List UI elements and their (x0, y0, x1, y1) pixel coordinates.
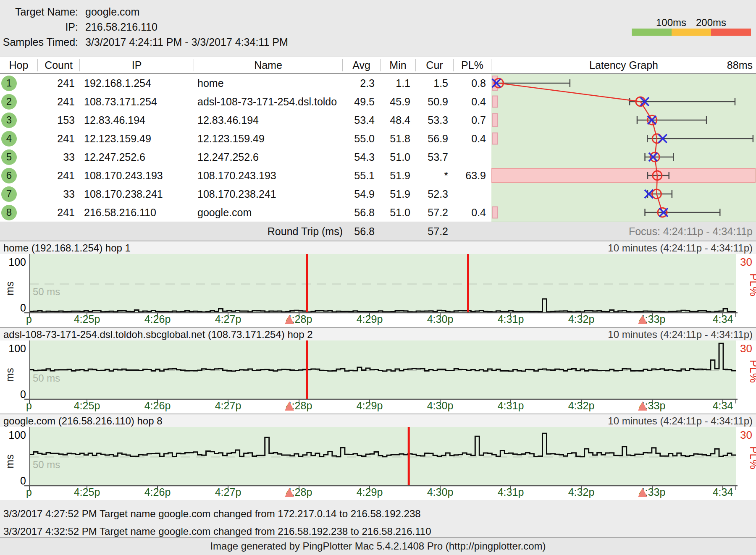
packet-loss-cell: 0.4 (454, 207, 491, 219)
time-label: 4:32p (568, 486, 595, 498)
count-cell: 241 (38, 207, 80, 219)
hop-number-badge: 8 (1, 205, 17, 220)
min-cell: 51.9 (381, 170, 416, 182)
col-header-ip[interactable]: IP (80, 59, 194, 71)
timeline-range-label: 10 minutes (4:24:11p - 4:34:11p) (608, 241, 753, 255)
time-label: 4:34 (713, 486, 733, 498)
timeline-plot[interactable]: 50 ms1000ms30PL%p4:25p4:26p4:27p4:28p4:2… (0, 340, 756, 414)
timeline-hop-label: adsl-108-73-171-254.dsl.toldoh.sbcglobal… (3, 329, 313, 340)
cur-cell: 56.9 (416, 133, 454, 145)
avg-cell: 55.0 (343, 133, 381, 145)
pl-axis-label: PL% (748, 273, 756, 296)
ip-cell: 12.83.46.194 (80, 114, 194, 126)
legend-color-bar (632, 29, 751, 36)
timeline-title: google.com (216.58.216.110) hop 810 minu… (0, 414, 756, 427)
round-trip-label: Round Trip (ms) (0, 225, 343, 238)
hop-number-badge: 6 (1, 168, 17, 183)
event-log-line: 3/3/2017 4:27:52 PM Target name google.c… (0, 500, 756, 522)
count-cell: 241 (38, 133, 80, 145)
avg-cell: 56.8 (343, 207, 381, 219)
ip-cell: 108.73.171.254 (80, 96, 194, 108)
y-axis-0-label: 0 (20, 475, 26, 487)
packet-loss-mini-bar (492, 96, 498, 107)
time-label: 4:25p (74, 486, 100, 498)
hop-number-badge: 3 (1, 113, 17, 128)
cur-cell: 57.2 (416, 207, 454, 219)
min-cell: 1.1 (381, 77, 416, 89)
latency-graph-title: Latency Graph (589, 59, 658, 71)
col-header-latency-graph[interactable]: Latency Graph 88ms (491, 59, 756, 71)
col-header-hop[interactable]: Hop (0, 59, 38, 71)
fifty-ms-watermark: 50 ms (33, 286, 60, 297)
ip-cell: 12.123.159.49 (80, 133, 194, 145)
hop-number-badge: 7 (1, 186, 17, 202)
time-label-partial: p (26, 400, 32, 411)
packet-loss-cell: 0.8 (454, 77, 491, 89)
time-label: 4:27p (215, 400, 242, 411)
samples-timed-row: Samples Timed:3/3/2017 4:24:11 PM - 3/3/… (0, 36, 288, 48)
time-label-partial: p (26, 313, 32, 325)
y-axis-100-label: 100 (8, 256, 26, 268)
time-label: 4:32p (568, 400, 595, 411)
avg-cell: 54.3 (343, 151, 381, 163)
latency-graph[interactable] (491, 74, 756, 222)
name-cell: 12.247.252.6 (194, 151, 343, 163)
time-label: 4:29p (357, 400, 383, 411)
target-ip-label: IP: (0, 21, 78, 33)
min-cell: 51.0 (381, 207, 416, 219)
legend-ok-swatch (632, 29, 672, 36)
timeline-plot[interactable]: 50 ms1000ms30PL%p4:25p4:26p4:27p4:28p4:2… (0, 254, 756, 327)
event-log: 3/3/2017 4:27:52 PM Target name google.c… (0, 500, 756, 537)
time-label-partial: p (26, 486, 32, 498)
packet-loss-cell: 0.4 (454, 96, 491, 108)
time-label: 4:31p (498, 313, 524, 325)
target-ip-value: 216.58.216.110 (85, 21, 158, 33)
samples-timed-label: Samples Timed: (0, 36, 78, 48)
legend-200ms-label: 200ms (696, 17, 726, 29)
avg-cell: 2.3 (343, 77, 381, 89)
hop-number-badge: 2 (1, 94, 17, 110)
ip-cell: 216.58.216.110 (80, 207, 194, 219)
packet-loss-cell: 63.9 (454, 170, 491, 182)
col-header-count[interactable]: Count (38, 59, 80, 71)
timeline-range-label: 10 minutes (4:24:11p - 4:34:11p) (608, 414, 753, 428)
timeline-title: adsl-108-73-171-254.dsl.toldoh.sbcglobal… (0, 327, 756, 340)
col-header-name[interactable]: Name (194, 59, 343, 71)
cur-cell: 1.5 (416, 77, 454, 89)
avg-cell: 54.9 (343, 188, 381, 200)
min-cell: 48.4 (381, 114, 416, 126)
round-trip-avg: 56.8 (343, 225, 381, 238)
time-label: 4:25p (74, 400, 100, 411)
y-axis-0-label: 0 (20, 388, 26, 400)
col-header-pl[interactable]: PL% (454, 59, 491, 71)
cur-cell: * (416, 170, 454, 182)
pl-axis-30-label: 30 (740, 429, 752, 441)
hop-timeline-block: home (192.168.1.254) hop 110 minutes (4:… (0, 241, 756, 327)
min-cell: 51.9 (381, 188, 416, 200)
name-cell: google.com (194, 207, 343, 219)
ip-cell: 12.247.252.6 (80, 151, 194, 163)
packet-loss-cell: 0.4 (454, 133, 491, 145)
ip-cell: 192.168.1.254 (80, 77, 194, 89)
cur-cell: 50.9 (416, 96, 454, 108)
legend-warn-swatch (672, 29, 711, 36)
hop-number-cell: 2 (0, 94, 38, 110)
col-header-min[interactable]: Min (381, 59, 416, 71)
name-cell: adsl-108-73-171-254.dsl.toldo (194, 96, 343, 108)
time-label: 4:29p (357, 313, 383, 325)
round-trip-cur: 57.2 (416, 225, 454, 238)
latency-scale-label: 88ms (727, 59, 753, 71)
time-label: 4:26p (144, 313, 171, 325)
name-cell: 12.123.159.49 (194, 133, 343, 145)
hop-table-body: 1241192.168.1.254home2.31.11.50.82241108… (0, 74, 756, 222)
packet-loss-cell: 0.7 (454, 114, 491, 126)
target-name-value: google.com (85, 6, 139, 18)
col-header-avg[interactable]: Avg (343, 59, 381, 71)
round-trip-row: Round Trip (ms) 56.8 57.2 Focus: 4:24:11… (0, 222, 756, 241)
min-cell: 45.9 (381, 96, 416, 108)
col-header-cur[interactable]: Cur (416, 59, 454, 71)
timeline-plot[interactable]: 50 ms1000ms30PL%p4:25p4:26p4:27p4:28p4:2… (0, 427, 756, 500)
avg-cell: 49.5 (343, 96, 381, 108)
time-label: 4:26p (144, 486, 171, 498)
name-cell: 12.83.46.194 (194, 114, 343, 126)
